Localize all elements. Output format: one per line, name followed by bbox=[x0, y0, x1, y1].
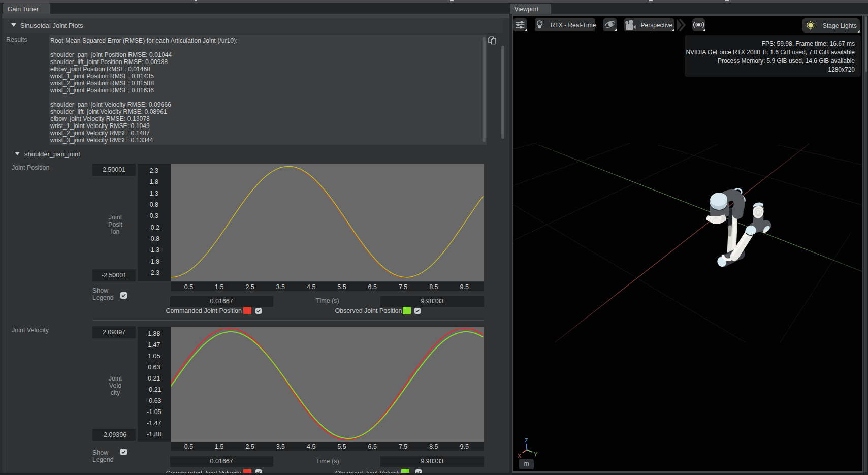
svg-text:Z: Z bbox=[525, 437, 528, 444]
svg-text:X: X bbox=[518, 453, 522, 459]
svg-text:Y: Y bbox=[534, 451, 538, 457]
